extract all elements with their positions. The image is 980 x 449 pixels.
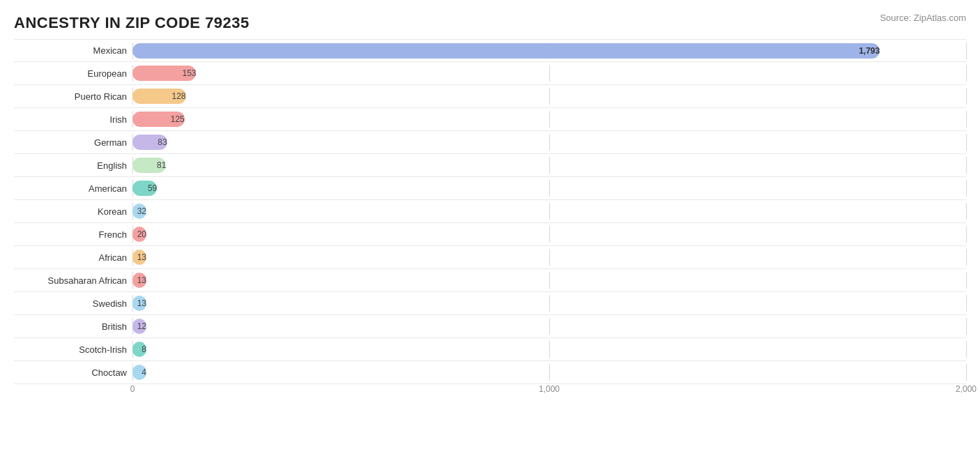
bar-value: 1,793 <box>859 46 880 56</box>
bar-fill: 1,793 <box>132 43 880 59</box>
grid-line <box>549 272 550 289</box>
grid-line <box>966 157 967 174</box>
bar-row: British12 <box>14 315 966 338</box>
bar-track: 125 <box>132 111 966 128</box>
bar-track: 8 <box>132 341 966 358</box>
bar-track: 81 <box>132 157 966 174</box>
bar-value: 125 <box>171 114 185 124</box>
bar-label: Swedish <box>14 298 132 309</box>
bars-section: Mexican1,793European153Puerto Rican128Ir… <box>14 39 966 384</box>
grid-line <box>549 295 550 312</box>
bar-fill: 81 <box>132 158 166 173</box>
grid-line <box>966 203 967 220</box>
bar-row: Korean32 <box>14 200 966 223</box>
bar-track: 4 <box>132 364 966 381</box>
grid-line <box>549 249 550 266</box>
bar-label: African <box>14 252 132 263</box>
bar-value: 13 <box>137 252 146 262</box>
chart-container: ANCESTRY IN ZIP CODE 79235 Source: ZipAt… <box>0 0 980 449</box>
bar-value: 128 <box>172 91 186 101</box>
bar-row: Subsaharan African13 <box>14 269 966 292</box>
bar-fill: 13 <box>132 296 146 311</box>
bar-row: African13 <box>14 246 966 269</box>
grid-line <box>966 364 967 381</box>
grid-line <box>966 318 967 335</box>
bar-track: 83 <box>132 134 966 151</box>
bar-fill: 20 <box>132 227 146 242</box>
bar-value: 12 <box>137 321 146 331</box>
chart-area: Mexican1,793European153Puerto Rican128Ir… <box>14 39 966 436</box>
x-tick: 0 <box>130 384 135 394</box>
bar-label: Irish <box>14 114 132 125</box>
grid-line <box>549 226 550 243</box>
grid-line <box>966 134 967 151</box>
grid-line <box>966 272 967 289</box>
bar-row: Choctaw4 <box>14 361 966 384</box>
bar-label: Mexican <box>14 45 132 56</box>
bar-row: Irish125 <box>14 108 966 131</box>
grid-line <box>966 341 967 358</box>
grid-line <box>549 134 550 151</box>
bar-label: Scotch-Irish <box>14 344 132 355</box>
bar-label: Korean <box>14 206 132 217</box>
grid-line <box>549 111 550 128</box>
grid-line <box>966 111 967 128</box>
x-tick: 2,000 <box>956 384 977 394</box>
grid-line <box>549 180 550 197</box>
bar-label: German <box>14 137 132 148</box>
bar-value: 153 <box>182 68 196 78</box>
grid-line <box>549 341 550 358</box>
bar-label: French <box>14 229 132 240</box>
grid-line <box>549 157 550 174</box>
bar-row: Scotch-Irish8 <box>14 338 966 361</box>
bar-track: 20 <box>132 226 966 243</box>
grid-line <box>966 65 967 82</box>
bar-label: American <box>14 183 132 194</box>
x-tick: 1,000 <box>539 384 560 394</box>
bar-fill: 128 <box>132 89 186 104</box>
bar-fill: 13 <box>132 250 146 265</box>
bar-row: American59 <box>14 177 966 200</box>
chart-title: ANCESTRY IN ZIP CODE 79235 <box>14 14 966 32</box>
bar-fill: 8 <box>132 342 146 357</box>
bar-value: 13 <box>137 275 146 285</box>
x-axis: 01,0002,000 <box>132 384 966 405</box>
bar-row: Swedish13 <box>14 292 966 315</box>
bar-value: 13 <box>137 298 146 308</box>
bar-fill: 83 <box>132 135 167 150</box>
bar-value: 83 <box>158 137 167 147</box>
bar-track: 153 <box>132 65 966 82</box>
bar-row: European153 <box>14 62 966 85</box>
bar-track: 13 <box>132 295 966 312</box>
bar-value: 20 <box>137 229 146 239</box>
bar-value: 32 <box>137 206 146 216</box>
grid-line <box>549 203 550 220</box>
bar-track: 1,793 <box>132 43 966 59</box>
bar-track: 13 <box>132 249 966 266</box>
bar-row: German83 <box>14 131 966 154</box>
grid-line <box>549 364 550 381</box>
grid-line <box>549 65 550 82</box>
bar-fill: 32 <box>132 204 146 219</box>
bar-row: Mexican1,793 <box>14 39 966 62</box>
bar-row: Puerto Rican128 <box>14 85 966 108</box>
bar-track: 32 <box>132 203 966 220</box>
grid-line <box>966 249 967 266</box>
bar-label: Choctaw <box>14 367 132 378</box>
bar-label: English <box>14 160 132 171</box>
bar-label: British <box>14 321 132 332</box>
bar-value: 4 <box>141 367 146 377</box>
bar-fill: 12 <box>132 319 146 334</box>
grid-line <box>549 88 550 105</box>
bar-value: 59 <box>148 183 157 193</box>
grid-line <box>966 43 967 59</box>
bar-row: French20 <box>14 223 966 246</box>
source-label: Source: ZipAtlas.com <box>880 13 966 23</box>
bar-track: 59 <box>132 180 966 197</box>
bar-fill: 4 <box>132 365 146 380</box>
bar-row: English81 <box>14 154 966 177</box>
bar-fill: 59 <box>132 181 157 196</box>
bar-value: 8 <box>141 344 146 354</box>
bar-track: 12 <box>132 318 966 335</box>
grid-line <box>549 318 550 335</box>
